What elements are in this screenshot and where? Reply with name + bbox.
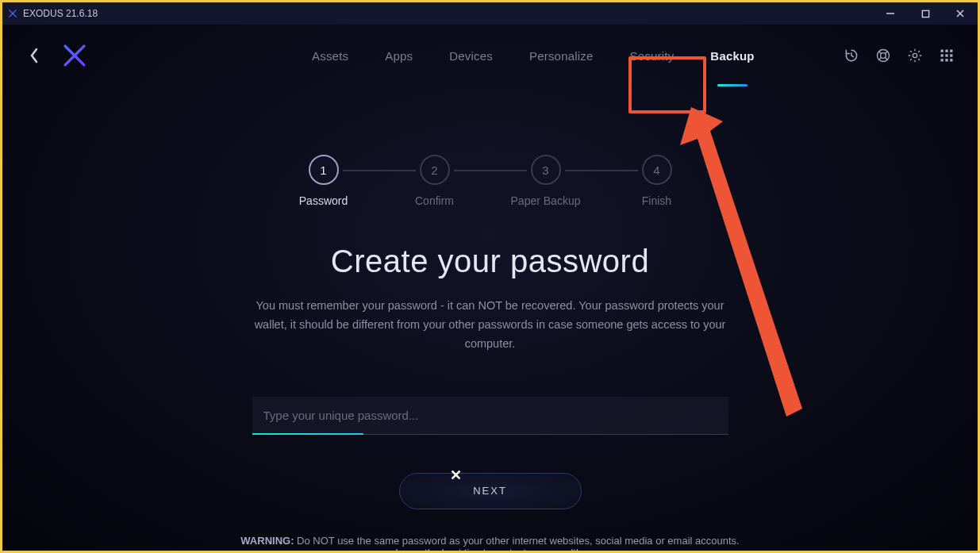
password-input[interactable]: [252, 397, 728, 435]
window-close-button[interactable]: [943, 2, 978, 25]
step-number: 3: [531, 155, 561, 185]
gear-icon: [907, 48, 923, 63]
window-title: EXODUS 21.6.18: [23, 8, 98, 19]
backup-stepper: 1 Password 2 Confirm 3 Paper Backup 4 Fi…: [268, 155, 713, 207]
step-number: 4: [642, 155, 672, 185]
svg-rect-8: [941, 54, 943, 56]
tab-personalize[interactable]: Personalize: [526, 41, 597, 71]
page-title: Create your password: [331, 244, 649, 279]
svg-rect-9: [945, 54, 947, 56]
app-body: Assets Apps Devices Personalize Security…: [2, 25, 978, 551]
warning-prefix: WARNING:: [240, 535, 297, 547]
step-number: 2: [420, 155, 450, 185]
tab-security[interactable]: Security: [627, 41, 678, 71]
maximize-icon: [921, 10, 930, 18]
svg-rect-10: [950, 54, 952, 56]
app-logo-icon: [61, 42, 88, 69]
svg-rect-7: [950, 50, 952, 52]
step-number: 1: [309, 155, 339, 185]
svg-point-4: [913, 53, 917, 57]
close-x-icon[interactable]: ✕: [450, 467, 462, 484]
tab-assets[interactable]: Assets: [309, 41, 352, 71]
window-maximize-button[interactable]: [908, 2, 943, 25]
input-underline-accent: [252, 433, 363, 435]
svg-rect-1: [922, 10, 928, 17]
step-label: Confirm: [415, 194, 454, 207]
password-field-wrap: [252, 397, 728, 435]
history-button[interactable]: [843, 47, 860, 64]
svg-point-3: [881, 53, 886, 59]
app-logo-small-icon: [7, 8, 18, 19]
window-titlebar: EXODUS 21.6.18: [2, 2, 978, 25]
svg-rect-12: [945, 59, 947, 61]
step-password: 1 Password: [268, 155, 379, 207]
svg-rect-5: [941, 50, 943, 52]
close-icon: [955, 9, 965, 18]
svg-rect-11: [941, 59, 943, 61]
step-finish: 4 Finish: [601, 155, 713, 207]
settings-button[interactable]: [906, 47, 924, 64]
next-button-label: NEXT: [473, 485, 507, 497]
step-label: Finish: [642, 194, 671, 207]
step-confirm: 2 Confirm: [379, 155, 490, 207]
step-label: Password: [299, 194, 348, 207]
step-label: Paper Backup: [511, 194, 581, 207]
svg-rect-13: [950, 59, 952, 61]
step-paper-backup: 3 Paper Backup: [490, 155, 601, 207]
svg-rect-6: [945, 50, 947, 52]
tab-devices[interactable]: Devices: [446, 41, 496, 71]
tab-apps[interactable]: Apps: [382, 41, 416, 71]
next-button-wrap: ✕ NEXT: [399, 473, 582, 509]
window-minimize-button[interactable]: [873, 2, 908, 25]
page-subtext: You must remember your password - it can…: [252, 297, 728, 354]
warning-text: WARNING: Do NOT use the same password as…: [240, 535, 739, 553]
tab-backup[interactable]: Backup: [707, 41, 757, 71]
back-button[interactable]: [25, 46, 44, 65]
main-content: 1 Password 2 Confirm 3 Paper Backup 4 Fi…: [2, 128, 978, 553]
lifering-icon: [875, 48, 891, 63]
warning-body: Do NOT use the same password as your oth…: [297, 535, 740, 547]
grid-icon: [939, 48, 955, 63]
nav-tabs: Assets Apps Devices Personalize Security…: [309, 41, 758, 71]
top-nav: Assets Apps Devices Personalize Security…: [2, 25, 978, 86]
apps-grid-button[interactable]: [938, 47, 955, 64]
help-button[interactable]: [874, 47, 892, 64]
learn-more-link[interactable]: Learn the best tips to protect your weal…: [395, 547, 584, 553]
minimize-icon: [886, 9, 895, 18]
chevron-left-icon: [29, 47, 40, 64]
history-icon: [844, 48, 859, 63]
next-button[interactable]: NEXT: [399, 473, 582, 509]
